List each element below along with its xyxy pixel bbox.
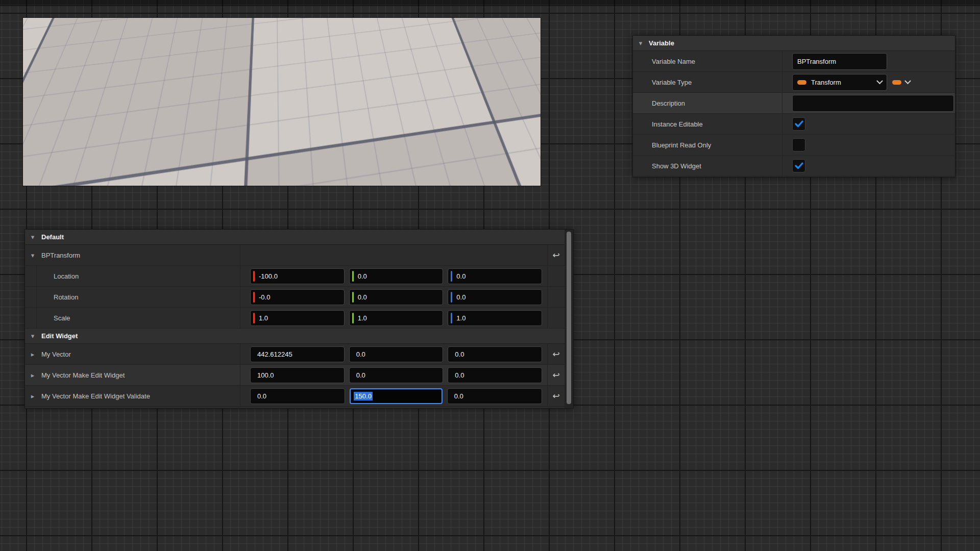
variable-type-value: Transform xyxy=(811,79,873,86)
rotation-x-field[interactable]: -0.0 xyxy=(250,289,345,305)
rotation-label: Rotation xyxy=(25,287,240,307)
scale-x-field[interactable]: 1.0 xyxy=(250,310,345,326)
mvmew-x-field[interactable]: 100.0 xyxy=(250,367,345,383)
edit-widget-category-title: Edit Widget xyxy=(41,332,78,340)
variable-type-dropdown[interactable]: Transform xyxy=(792,74,887,91)
location-z-field[interactable]: 0.0 xyxy=(448,268,542,284)
variable-details-panel: ▾ Variable Variable Name Variable Type T… xyxy=(633,36,955,177)
reset-scale-cell xyxy=(547,308,565,328)
default-category-title: Default xyxy=(41,233,64,241)
y-axis-accent xyxy=(352,313,354,323)
transform-pin-icon xyxy=(797,80,806,85)
default-category-header[interactable]: ▾ Default xyxy=(25,230,565,245)
my-vector-make-edit-widget-validate-row: ▸ My Vector Make Edit Widget Validate 0.… xyxy=(25,386,565,407)
x-axis-accent xyxy=(253,313,255,323)
details-scrollbar-track[interactable] xyxy=(565,230,573,408)
mvmewv-x-field[interactable]: 0.0 xyxy=(250,388,345,404)
show-3d-widget-row: Show 3D Widget xyxy=(633,156,955,177)
reset-my-vector-button[interactable]: ↩ xyxy=(547,344,565,364)
y-axis-accent xyxy=(352,271,354,282)
container-type-pin-icon xyxy=(892,80,901,85)
bp-transform-row: ▾ BPTransform ↩ xyxy=(25,245,565,266)
my-vector-z-field[interactable]: 0.0 xyxy=(448,346,542,362)
show-3d-widget-checkbox[interactable] xyxy=(792,159,805,172)
widget-label-myvector: MyVector_MakeEditWidget xyxy=(382,78,455,85)
mvmewv-z-field[interactable]: 0.0 xyxy=(447,388,542,404)
chevron-down-icon xyxy=(904,78,911,84)
3d-viewport[interactable]: BPTransform MyVector_MakeEditWidget Exce… xyxy=(22,17,541,186)
location-y-field[interactable]: 0.0 xyxy=(349,268,444,284)
graph-top-shade xyxy=(0,0,980,6)
my-vector-row: ▸ My Vector 442.612245 0.0 0.0 ↩ xyxy=(25,344,565,365)
instance-editable-label: Instance Editable xyxy=(633,114,782,134)
description-input[interactable] xyxy=(792,95,954,112)
show-3d-widget-label: Show 3D Widget xyxy=(633,156,782,176)
mvmew-y-field[interactable]: 0.0 xyxy=(349,367,444,383)
checkmark-icon xyxy=(795,162,803,169)
container-type-dropdown[interactable] xyxy=(892,80,910,85)
expand-arrow-icon[interactable]: ▸ xyxy=(29,351,36,358)
expand-arrow-icon[interactable]: ▸ xyxy=(29,393,36,399)
description-row: Description xyxy=(633,93,955,114)
collapse-arrow-icon[interactable]: ▾ xyxy=(29,333,36,339)
variable-type-row: Variable Type Transform xyxy=(633,72,955,93)
collapse-arrow-icon[interactable]: ▾ xyxy=(29,252,36,259)
reset-to-default-icon: ↩ xyxy=(552,392,559,400)
reset-my-vector-make-edit-widget-button[interactable]: ↩ xyxy=(547,365,565,385)
checkmark-icon xyxy=(795,120,803,128)
rotation-row: Rotation -0.0 0.0 0.0 xyxy=(25,287,565,308)
instance-editable-row: Instance Editable xyxy=(633,114,955,135)
rotation-y-field[interactable]: 0.0 xyxy=(349,289,444,305)
scale-y-field[interactable]: 1.0 xyxy=(349,310,444,326)
z-axis-accent xyxy=(451,271,452,282)
mvmew-z-field[interactable]: 0.0 xyxy=(448,367,542,383)
z-axis-accent xyxy=(451,292,452,303)
location-label: Location xyxy=(25,266,240,286)
expand-arrow-icon[interactable]: ▸ xyxy=(29,372,36,379)
reset-to-default-icon: ↩ xyxy=(552,350,559,359)
location-row: Location -100.0 0.0 0.0 xyxy=(25,266,565,287)
my-vector-make-edit-widget-validate-label: My Vector Make Edit Widget Validate xyxy=(41,392,150,400)
x-axis-accent xyxy=(253,292,255,303)
scale-label: Scale xyxy=(25,308,240,328)
instance-editable-checkbox[interactable] xyxy=(792,117,805,131)
chevron-down-icon xyxy=(876,78,883,84)
collapse-arrow-icon[interactable]: ▾ xyxy=(29,234,36,240)
z-axis-accent xyxy=(451,313,452,323)
reset-to-default-icon: ↩ xyxy=(552,371,559,380)
viewport-overlay xyxy=(23,18,541,186)
description-label: Description xyxy=(633,93,782,113)
widget-label-exceed-max: Exceed max length:100 xyxy=(289,149,353,157)
variable-name-label: Variable Name xyxy=(633,51,782,71)
reset-my-vector-make-edit-widget-validate-button[interactable]: ↩ xyxy=(547,386,565,406)
scale-z-field[interactable]: 1.0 xyxy=(448,310,542,326)
variable-section-title: Variable xyxy=(649,39,674,47)
location-x-field[interactable]: -100.0 xyxy=(250,268,345,284)
edit-widget-category-header[interactable]: ▾ Edit Widget xyxy=(25,329,565,344)
blueprint-read-only-label: Blueprint Read Only xyxy=(633,135,782,155)
rotation-z-field[interactable]: 0.0 xyxy=(448,289,542,305)
blueprint-read-only-row: Blueprint Read Only xyxy=(633,135,955,156)
bp-transform-3d-widget[interactable] xyxy=(53,59,96,102)
my-vector-make-edit-widget-row: ▸ My Vector Make Edit Widget 100.0 0.0 0… xyxy=(25,365,565,386)
blueprint-read-only-checkbox[interactable] xyxy=(792,138,805,152)
collapse-arrow-icon[interactable]: ▾ xyxy=(637,40,644,46)
scale-row: Scale 1.0 1.0 1.0 xyxy=(25,308,565,329)
reset-bp-transform-button[interactable]: ↩ xyxy=(547,245,565,265)
my-vector-label: My Vector xyxy=(41,350,71,358)
my-vector-3d-widget[interactable] xyxy=(365,58,394,94)
my-vector-make-edit-widget-label: My Vector Make Edit Widget xyxy=(41,371,125,379)
variable-type-label: Variable Type xyxy=(633,72,782,92)
bp-transform-label: BPTransform xyxy=(41,252,80,259)
my-vector-x-field[interactable]: 442.612245 xyxy=(250,346,345,362)
reset-rotation-cell xyxy=(547,287,565,307)
variable-name-input[interactable] xyxy=(792,53,887,70)
variable-name-row: Variable Name xyxy=(633,51,955,72)
variable-section-header[interactable]: ▾ Variable xyxy=(633,36,955,51)
reset-location-cell xyxy=(547,266,565,286)
mvmewv-y-field-editing[interactable]: 150.0 xyxy=(350,388,442,404)
my-vector-y-field[interactable]: 0.0 xyxy=(349,346,444,362)
x-axis-accent xyxy=(253,271,255,282)
details-scrollbar-thumb[interactable] xyxy=(567,232,571,404)
sprite-billboard[interactable] xyxy=(200,45,282,112)
